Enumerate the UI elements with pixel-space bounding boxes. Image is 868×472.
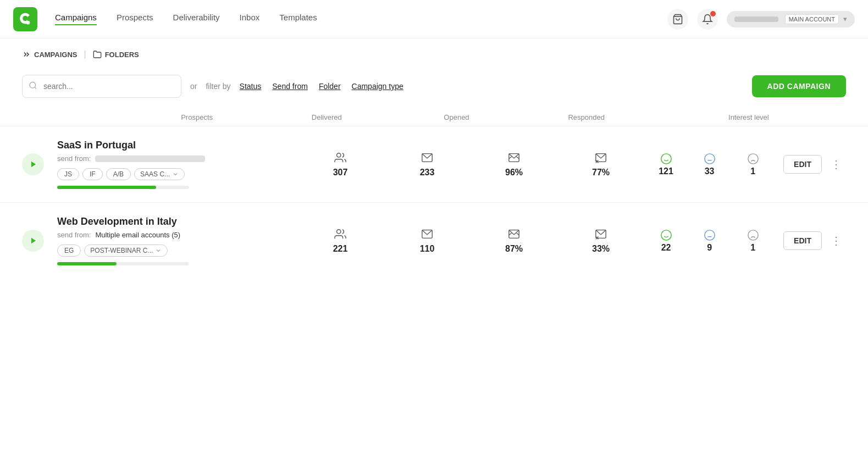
neutral-icon (688, 153, 731, 166)
opened-value: 87% (471, 244, 557, 254)
opened-icon (471, 152, 557, 165)
svg-point-31 (748, 230, 758, 240)
stat-delivered: 233 (384, 152, 471, 177)
th-interest-level: Interest level (651, 113, 846, 121)
breadcrumb-separator: | (84, 49, 86, 59)
progress-bar (57, 186, 189, 189)
chevron-down-icon (172, 171, 179, 177)
responded-value: 77% (557, 168, 644, 177)
interest-negative: 1 (731, 229, 775, 253)
campaign-type-filter[interactable]: Campaign type (352, 82, 403, 91)
nav-campaigns[interactable]: Campaigns (55, 13, 97, 25)
responded-value: 33% (557, 244, 644, 254)
prospects-icon (297, 152, 384, 165)
folder-filter[interactable]: Folder (319, 82, 341, 91)
svg-point-2 (30, 82, 36, 88)
send-from-row: send from: Multiple email accounts (5) (57, 231, 288, 239)
dropdown-tag[interactable]: POST-WEBINAR C... (84, 245, 168, 257)
progress-bar (57, 262, 189, 265)
navbar: Campaigns Prospects Deliverability Inbox… (0, 0, 868, 38)
th-responded: Responded (522, 113, 651, 121)
nav-inbox[interactable]: Inbox (240, 13, 260, 25)
campaign-stats: 307 233 (297, 152, 775, 177)
shop-icon (672, 14, 683, 25)
svg-point-9 (661, 153, 671, 163)
search-input[interactable] (22, 75, 181, 98)
svg-point-20 (337, 229, 341, 233)
prospects-icon (297, 228, 384, 242)
campaign-name: SaaS in Portugal (57, 140, 288, 151)
delivered-icon (384, 152, 471, 165)
more-options-button[interactable]: ⋮ (826, 232, 846, 249)
breadcrumb-folders[interactable]: FOLDERS (93, 50, 139, 59)
th-delivered: Delivered (262, 113, 391, 121)
prospects-value: 221 (297, 244, 384, 254)
notification-icon-button[interactable] (697, 9, 718, 30)
stat-prospects: 221 (297, 228, 384, 254)
play-button[interactable] (22, 153, 44, 175)
stat-responded: 77% (557, 152, 644, 177)
stat-prospects: 307 (297, 152, 384, 177)
positive-icon (644, 229, 688, 243)
progress-bar-fill (57, 186, 156, 189)
opened-icon (471, 228, 557, 242)
negative-icon (731, 153, 775, 166)
positive-value: 121 (644, 166, 688, 176)
logo-icon (18, 12, 33, 27)
svg-line-3 (35, 87, 36, 89)
svg-marker-19 (31, 238, 36, 244)
dropdown-tag[interactable]: SAAS C... (134, 168, 185, 180)
notification-dot (710, 11, 716, 16)
search-wrap (22, 75, 181, 98)
nav-templates[interactable]: Templates (279, 13, 317, 25)
send-from-filter[interactable]: Send from (272, 82, 308, 91)
nav-right: MAIN ACCOUNT ▾ (667, 9, 855, 30)
folders-label: FOLDERS (105, 51, 139, 59)
action-area: EDIT ⋮ (783, 231, 846, 250)
play-button[interactable] (22, 230, 44, 252)
responded-icon (557, 152, 644, 165)
send-from-row: send from: (57, 154, 288, 163)
campaign-name: Web Development in Italy (57, 216, 288, 227)
svg-point-12 (704, 153, 714, 163)
send-from-label: send from: (57, 154, 91, 163)
breadcrumb-campaigns[interactable]: CAMPAIGNS (22, 50, 77, 59)
interest-negative: 1 (731, 153, 775, 176)
more-options-button[interactable]: ⋮ (826, 156, 846, 173)
campaigns-list: SaaS in Portugal send from: JSIFA/B SAAS… (0, 126, 868, 279)
edit-button[interactable]: EDIT (783, 155, 822, 174)
account-name-blur (734, 16, 778, 22)
stat-opened: 87% (471, 228, 557, 254)
nav-prospects[interactable]: Prospects (117, 13, 153, 25)
nav-links: Campaigns Prospects Deliverability Inbox… (55, 13, 667, 25)
negative-value: 1 (731, 166, 775, 176)
campaign-tag: EG (57, 245, 81, 257)
campaigns-icon (22, 50, 31, 59)
folder-icon (93, 50, 102, 59)
add-campaign-button[interactable]: ADD CAMPAIGN (752, 75, 846, 97)
logo (13, 7, 37, 31)
delivered-value: 110 (384, 244, 471, 254)
breadcrumb: CAMPAIGNS | FOLDERS (0, 38, 868, 68)
neutral-value: 9 (688, 243, 731, 253)
table-header: Prospects Delivered Opened Responded Int… (0, 109, 868, 126)
action-area: EDIT ⋮ (783, 155, 846, 174)
account-pill[interactable]: MAIN ACCOUNT ▾ (727, 11, 855, 27)
opened-value: 96% (471, 168, 557, 177)
th-opened: Opened (391, 113, 521, 121)
svg-point-27 (704, 230, 714, 240)
nav-deliverability[interactable]: Deliverability (173, 13, 220, 25)
svg-marker-4 (31, 162, 36, 168)
send-from-label: send from: (57, 231, 91, 239)
search-icon (29, 81, 37, 92)
stat-responded: 33% (557, 228, 644, 254)
neutral-icon (688, 229, 731, 243)
campaign-info: Web Development in Italy send from: Mult… (57, 216, 288, 265)
edit-button[interactable]: EDIT (783, 231, 822, 250)
shop-icon-button[interactable] (667, 9, 688, 30)
tags: JSIFA/B SAAS C... (57, 168, 288, 180)
status-filter[interactable]: Status (240, 82, 262, 91)
send-from-value: Multiple email accounts (5) (95, 231, 180, 239)
interest-neutral: 33 (688, 153, 731, 176)
filter-bar: or filter by Status Send from Folder Cam… (0, 68, 868, 109)
